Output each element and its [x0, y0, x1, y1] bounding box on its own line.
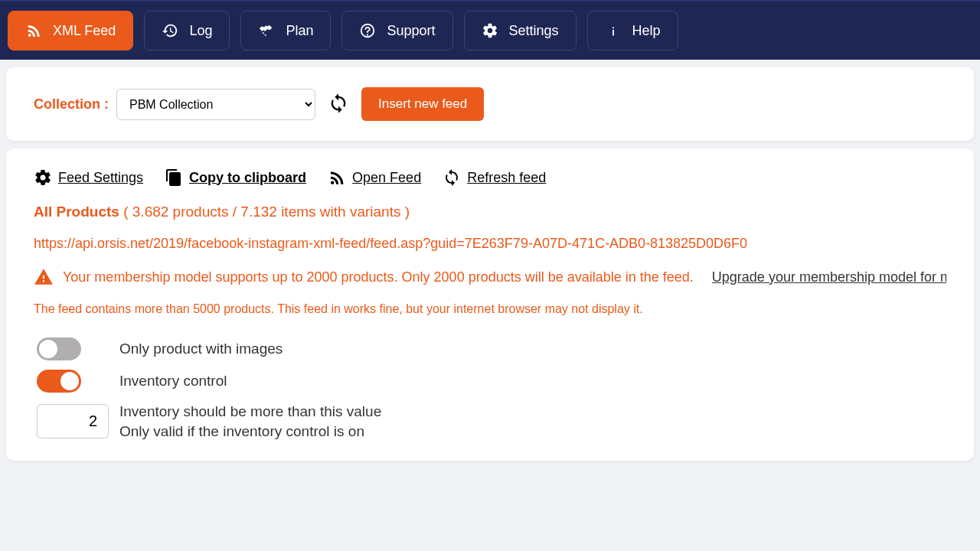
handshake-icon: [258, 22, 275, 39]
nav-settings[interactable]: Settings: [464, 11, 577, 51]
copy-clipboard-link[interactable]: Copy to clipboard: [165, 168, 306, 187]
products-summary: All Products ( 3.682 products / 7.132 it…: [34, 204, 946, 220]
nav-xml-feed-label: XML Feed: [53, 23, 116, 39]
inventory-control-label: Inventory control: [119, 373, 227, 390]
rss-icon: [25, 22, 42, 39]
refresh-feed-label: Refresh feed: [467, 170, 546, 186]
nav-log-label: Log: [189, 23, 212, 39]
nav-help-label: Help: [632, 23, 661, 39]
feed-settings-label: Feed Settings: [58, 170, 143, 186]
membership-warning: Your membership model supports up to 200…: [34, 267, 946, 287]
only-images-label: Only product with images: [119, 341, 283, 357]
collection-card: Collection : PBM Collection Insert new f…: [6, 67, 974, 141]
refresh-feed-link[interactable]: Refresh feed: [443, 168, 546, 187]
nav-support-label: Support: [387, 23, 435, 39]
nav-settings-label: Settings: [509, 23, 559, 39]
insert-feed-button[interactable]: Insert new feed: [361, 87, 484, 121]
sync-icon: [443, 168, 461, 187]
warning-icon: [34, 267, 54, 287]
inventory-control-toggle[interactable]: [37, 370, 81, 393]
nav-log[interactable]: Log: [144, 11, 230, 51]
browser-note: The feed contains more than 5000 product…: [34, 302, 946, 316]
clipboard-icon: [165, 168, 183, 187]
collection-label: Collection :: [34, 96, 109, 112]
history-icon: [162, 22, 178, 39]
nav-support[interactable]: Support: [341, 11, 452, 51]
info-icon: [605, 22, 622, 39]
gear-icon: [482, 22, 498, 39]
open-feed-link[interactable]: Open Feed: [328, 168, 421, 187]
rss-icon: [328, 168, 346, 187]
feed-card: Feed Settings Copy to clipboard Open Fee…: [6, 148, 974, 461]
warning-text: Your membership model supports up to 200…: [63, 269, 694, 285]
question-circle-icon: [359, 22, 376, 39]
nav-plan[interactable]: Plan: [240, 11, 331, 51]
products-title: All Products: [34, 204, 119, 220]
refresh-collection-button[interactable]: [323, 88, 354, 121]
products-stats: ( 3.682 products / 7.132 items with vari…: [119, 204, 410, 220]
sync-icon: [328, 93, 349, 114]
open-feed-label: Open Feed: [352, 170, 421, 186]
copy-clipboard-label: Copy to clipboard: [189, 170, 306, 186]
inventory-desc-1: Inventory should be more than this value: [119, 402, 381, 422]
upgrade-link[interactable]: Upgrade your membership model for m: [712, 269, 946, 285]
inventory-threshold-input[interactable]: [37, 404, 109, 439]
nav-xml-feed[interactable]: XML Feed: [8, 11, 133, 51]
inventory-threshold-desc: Inventory should be more than this value…: [119, 402, 381, 441]
top-nav: XML Feed Log Plan Support Settings Help: [0, 0, 980, 60]
nav-plan-label: Plan: [286, 23, 313, 39]
gear-icon: [34, 168, 52, 187]
feed-settings-link[interactable]: Feed Settings: [34, 168, 143, 187]
inventory-desc-2: Only valid if the inventory control is o…: [119, 422, 381, 442]
only-images-toggle[interactable]: [37, 337, 81, 360]
feed-url[interactable]: https://api.orsis.net/2019/facebook-inst…: [34, 236, 946, 252]
collection-select[interactable]: PBM Collection: [116, 89, 315, 120]
nav-help[interactable]: Help: [587, 11, 678, 51]
